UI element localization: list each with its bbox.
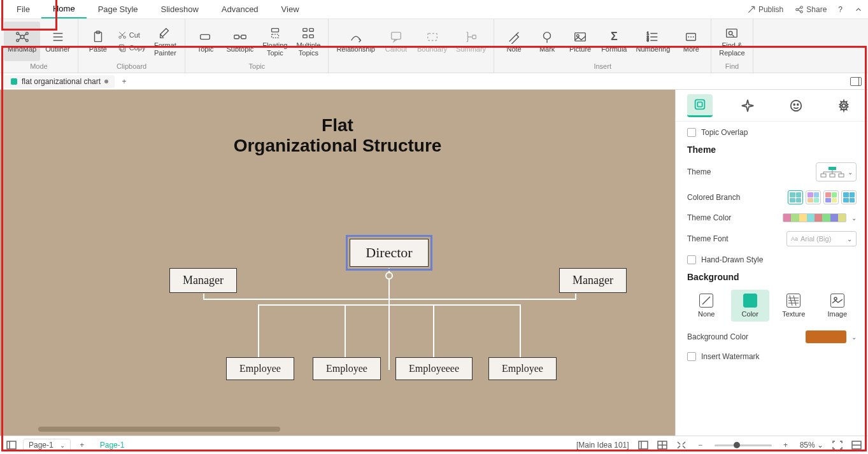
svg-point-26 [544,32,551,39]
menu-slideshow[interactable]: Slideshow [150,1,210,18]
node-manager-1[interactable]: Manager [169,268,237,293]
relationship-button[interactable]: Relationship [332,22,379,61]
collapse-ribbon-icon[interactable] [854,5,863,14]
watermark-label: Insert Watermark [701,352,760,361]
multiple-topics-button[interactable]: Multiple Topics [292,22,324,61]
node-employee-4[interactable]: Employee [488,357,557,380]
hand-drawn-checkbox[interactable] [687,255,696,264]
boundary-button[interactable]: Boundary [413,22,451,61]
subtopic-button[interactable]: Subtopic [222,22,257,61]
svg-rect-21 [303,35,307,38]
zoom-slider[interactable] [715,444,772,446]
zoom-value[interactable]: 85% ⌄ [800,441,823,450]
bg-none-button[interactable]: None [687,290,726,322]
node-employee-3[interactable]: Employeeee [395,357,473,380]
zoom-in-button[interactable]: + [781,440,791,450]
publish-button[interactable]: Publish [747,5,783,14]
format-painter-button[interactable]: Format Painter [149,22,181,61]
menu-home[interactable]: Home [41,0,87,18]
theme-font-selector[interactable]: AaArial (Big)⌄ [786,231,857,246]
svg-point-7 [25,39,28,42]
node-employee-1[interactable]: Employee [226,357,294,380]
note-button[interactable]: Note [498,22,530,61]
summary-button[interactable]: Summary [452,22,490,61]
bg-texture-button[interactable]: Texture [774,290,813,322]
callout-button[interactable]: Callout [380,22,412,61]
sidetab-page[interactable] [687,94,713,117]
watermark-checkbox[interactable] [687,352,696,361]
canvas[interactable]: Flat Organizational Structure Director M… [0,90,675,436]
find-replace-button[interactable]: Find & Replace [715,22,748,61]
svg-rect-27 [575,33,586,41]
bg-image-button[interactable]: Image [818,290,857,322]
doc-icon [10,78,18,85]
horizontal-scrollbar[interactable] [38,427,675,433]
more-button[interactable]: More [675,22,707,61]
branch-option-3[interactable] [823,190,839,204]
svg-rect-19 [303,29,307,32]
cut-button[interactable]: Cut [115,29,148,41]
floating-topic-button[interactable]: Floating Topic [259,22,291,61]
node-director[interactable]: Director [350,239,429,267]
outliner-button[interactable]: Outliner [41,22,74,61]
sidetab-ai[interactable] [735,94,760,117]
formula-button[interactable]: ΣFormula [597,22,630,61]
colored-branch-label: Colored Branch [687,193,740,202]
topic-button[interactable]: Topic [189,22,221,61]
page-selector[interactable]: Page-1⌄ [23,439,71,451]
svg-rect-43 [821,174,826,177]
panel-toggle-icon[interactable] [850,77,862,86]
add-page-button[interactable]: + [77,440,87,450]
zoom-out-button[interactable]: − [695,440,706,450]
svg-rect-24 [427,33,437,40]
svg-point-38 [791,100,802,111]
view-icon-2[interactable] [657,440,667,450]
copy-button[interactable]: Copy [115,42,148,53]
branch-option-4[interactable] [841,190,857,204]
modified-dot-icon [104,80,108,83]
fullscreen-icon[interactable] [832,440,843,450]
topic-overlap-checkbox[interactable] [687,128,696,137]
mindmap-button[interactable]: MindMap [4,22,40,61]
menu-pagestyle[interactable]: Page Style [87,1,150,18]
menu-view[interactable]: View [270,1,311,18]
branch-option-2[interactable] [806,190,821,204]
share-button[interactable]: Share [795,5,827,14]
find-label: Find [715,61,748,71]
fit-icon[interactable] [676,440,687,450]
sidetab-settings[interactable] [831,94,857,117]
branch-option-1[interactable] [788,190,803,204]
bg-color-button[interactable]: Color [731,290,770,322]
node-employee-2[interactable]: Employee [313,357,381,380]
menu-advanced[interactable]: Advanced [210,1,270,18]
svg-rect-47 [7,441,16,449]
svg-text:3: 3 [647,38,649,42]
view-icon-1[interactable] [638,440,648,450]
paste-button[interactable]: Paste [82,22,114,61]
collapse-panel-icon[interactable] [851,440,862,450]
svg-rect-42 [829,167,836,170]
bg-color-swatch[interactable] [806,330,846,343]
node-manager-2[interactable]: Manager [559,268,627,293]
mode-label: Mode [4,61,74,71]
document-tab[interactable]: flat organizational chart [4,75,115,88]
help-icon[interactable]: ? [838,5,843,14]
page-tab[interactable]: Page-1 [94,438,131,452]
theme-selector[interactable]: ⌄ [816,162,857,181]
hand-drawn-label: Hand-Drawn Style [701,255,763,264]
ribbon: MindMap Outliner Mode Paste Cut Copy For… [0,19,868,73]
picture-button[interactable]: Picture [564,22,596,61]
svg-point-2 [800,10,803,13]
theme-font-label: Theme Font [687,234,729,243]
mark-button[interactable]: Mark [531,22,563,61]
svg-point-6 [16,39,18,42]
svg-point-4 [16,32,18,35]
menu-file[interactable]: File [5,1,41,18]
theme-color-selector[interactable] [783,213,846,222]
svg-rect-14 [201,34,210,39]
svg-rect-33 [727,29,737,37]
sidetab-emoji[interactable] [783,94,809,117]
pages-icon[interactable] [6,440,17,450]
new-tab-button[interactable]: + [118,76,130,87]
numbering-button[interactable]: 123Numbering [632,22,674,61]
